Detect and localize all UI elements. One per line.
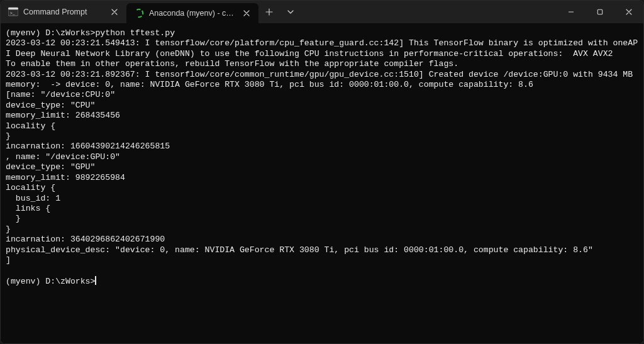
maximize-button[interactable] [586, 1, 614, 23]
tab-anaconda[interactable]: Anaconda (myenv) - conda [126, 3, 258, 23]
chevron-down-icon [287, 9, 294, 15]
tab-label: Command Prompt [23, 8, 104, 16]
tab-strip: >_ Command Prompt Anaconda (myenv) - con… [1, 1, 258, 23]
close-icon [626, 9, 632, 15]
svg-rect-1 [8, 8, 18, 9]
svg-point-3 [134, 8, 144, 18]
terminal-prompt: (myenv) D:\zWorks> [6, 277, 95, 286]
svg-rect-4 [597, 9, 602, 14]
svg-text:>_: >_ [10, 11, 15, 16]
new-tab-button[interactable] [258, 1, 280, 23]
conda-icon [134, 8, 144, 18]
titlebar: >_ Command Prompt Anaconda (myenv) - con… [1, 1, 643, 23]
plus-icon [265, 8, 273, 16]
tab-close-button[interactable] [109, 6, 120, 18]
tab-command-prompt[interactable]: >_ Command Prompt [1, 1, 126, 23]
new-tab-dropdown[interactable] [280, 1, 301, 23]
close-window-button[interactable] [614, 1, 643, 23]
window-controls [557, 1, 643, 23]
close-icon [111, 9, 118, 15]
close-icon [243, 10, 250, 16]
text-cursor [95, 276, 96, 285]
minimize-button[interactable] [557, 1, 586, 23]
terminal-viewport[interactable]: (myenv) D:\zWorks>python tftest.py 2023-… [1, 23, 643, 343]
cmd-icon: >_ [8, 7, 18, 17]
maximize-icon [597, 9, 603, 15]
tab-label: Anaconda (myenv) - conda [149, 9, 236, 18]
tab-close-button[interactable] [241, 8, 252, 19]
terminal-line: (myenv) D:\zWorks>python tftest.py [6, 28, 175, 38]
titlebar-drag-region[interactable] [301, 1, 557, 23]
terminal-window: >_ Command Prompt Anaconda (myenv) - con… [0, 0, 644, 344]
minimize-icon [568, 9, 574, 15]
terminal-output: 2023-03-12 00:23:21.549413: I tensorflow… [6, 38, 638, 265]
